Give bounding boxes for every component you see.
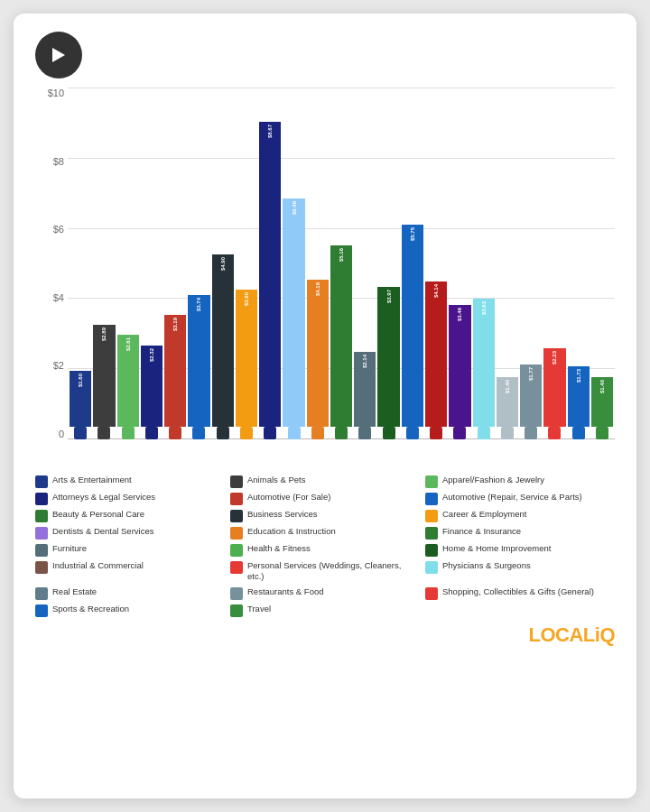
legend-icon-2: [425, 475, 438, 488]
bar-label-22: $1.40: [599, 380, 605, 393]
legend-item-6: Beauty & Personal Care: [35, 508, 225, 523]
legend-label-0: Arts & Entertainment: [52, 475, 132, 485]
bar-group-16: $3.46: [449, 88, 470, 439]
legend-icon-20: [425, 587, 438, 600]
legend-label-8: Career & Employment: [442, 509, 526, 520]
bar-group-11: $5.16: [330, 88, 352, 439]
bar-icon-5: [192, 427, 205, 439]
legend-icon-22: [230, 604, 243, 617]
bar-icon-0: [74, 427, 87, 439]
bar-group-6: $4.90: [212, 88, 234, 439]
bar-label-1: $2.89: [101, 328, 107, 341]
bar-icon-15: [430, 427, 442, 439]
legend-item-16: Personal Services (Weddings, Cleaners, e…: [230, 559, 420, 584]
legend-item-22: Travel: [230, 603, 420, 618]
chart-inner: $1.60$2.89$2.61$2.32$3.19$3.74$4.90$3.90…: [68, 88, 615, 466]
bar-3: $2.32: [141, 346, 162, 427]
legend-label-6: Beauty & Personal Care: [52, 509, 144, 520]
legend-label-14: Home & Home Improvement: [442, 543, 551, 554]
bar-group-10: $4.18: [307, 88, 329, 439]
legend-item-18: Real Estate: [35, 586, 225, 601]
bar-group-5: $3.74: [188, 88, 209, 439]
bar-group-22: $1.40: [591, 88, 613, 439]
bar-7: $3.90: [236, 290, 257, 427]
bar-icon-8: [264, 427, 276, 439]
bar-label-19: $1.77: [528, 367, 534, 381]
legend-label-12: Furniture: [52, 543, 87, 554]
bar-label-4: $3.19: [172, 318, 178, 331]
legend-label-22: Travel: [247, 604, 271, 614]
chart-container: $10 $8 $6 $4 $2 0: [35, 88, 615, 466]
bar-group-7: $3.90: [236, 88, 257, 439]
bar-icon-18: [501, 427, 514, 439]
bar-icon-21: [572, 427, 585, 439]
svg-marker-0: [52, 48, 65, 62]
legend-item-21: Sports & Recreation: [35, 603, 225, 618]
legend-item-13: Health & Fitness: [230, 542, 420, 558]
bar-label-10: $4.18: [315, 282, 320, 296]
legend-icon-21: [35, 604, 48, 617]
bar-11: $5.16: [330, 245, 352, 427]
legend-icon-4: [230, 493, 243, 505]
bar-label-9: $6.49: [292, 201, 297, 215]
bar-label-14: $5.75: [410, 227, 415, 241]
legend-icon-5: [425, 493, 438, 505]
bar-13: $3.97: [377, 287, 399, 427]
bar-group-0: $1.60: [70, 88, 91, 439]
bar-icon-20: [548, 427, 561, 439]
play-icon: [35, 32, 82, 78]
header: [35, 32, 615, 78]
legend-icon-12: [35, 544, 48, 557]
legend-icon-15: [35, 561, 48, 574]
y-label-2: $2: [53, 360, 64, 371]
legend-label-10: Education & Instruction: [247, 526, 336, 537]
bar-group-3: $2.32: [141, 88, 162, 439]
bar-17: $3.63: [473, 299, 495, 427]
legend-item-20: Shopping, Collectibles & Gifts (General): [425, 586, 615, 601]
legend-label-7: Business Services: [247, 509, 318, 520]
bar-label-0: $1.60: [78, 374, 83, 387]
legend-icon-13: [230, 544, 243, 557]
bar-icon-11: [335, 427, 348, 439]
y-label-0: 0: [59, 429, 64, 439]
bar-label-15: $4.14: [433, 284, 439, 298]
legend-icon-1: [230, 475, 243, 488]
legend-icon-11: [425, 527, 438, 540]
bar-label-8: $8.67: [267, 125, 273, 138]
bar-label-18: $1.40: [505, 380, 510, 393]
legend-label-18: Real Estate: [52, 586, 97, 597]
bar-label-16: $3.46: [457, 308, 462, 321]
bar-group-1: $2.89: [93, 88, 115, 439]
legend-icon-18: [35, 587, 48, 600]
bar-0: $1.60: [70, 371, 91, 427]
legend-icon-17: [425, 561, 438, 574]
y-label-6: $6: [53, 224, 64, 235]
bar-19: $1.77: [520, 364, 542, 427]
legend-item-12: Furniture: [35, 542, 225, 558]
main-card: $10 $8 $6 $4 $2 0: [14, 14, 636, 798]
legend-item-5: Automotive (Repair, Service & Parts): [425, 491, 615, 506]
y-axis: $10 $8 $6 $4 $2 0: [35, 88, 68, 439]
bar-2: $2.61: [117, 335, 139, 427]
bar-icon-1: [98, 427, 110, 439]
bar-icon-7: [240, 427, 253, 439]
bar-label-5: $3.74: [196, 298, 201, 311]
bar-icon-22: [596, 427, 608, 439]
chart-area: $10 $8 $6 $4 $2 0: [35, 88, 615, 784]
legend-label-13: Health & Fitness: [247, 543, 311, 554]
y-label-10: $10: [48, 88, 64, 98]
bar-label-6: $4.90: [220, 257, 226, 271]
legend-label-1: Animals & Pets: [247, 475, 305, 485]
logo-black: LOCAL: [529, 623, 595, 646]
legend-item-9: Dentists & Dental Services: [35, 525, 225, 540]
bar-group-18: $1.40: [497, 88, 518, 439]
legend-icon-0: [35, 475, 48, 488]
legend-icon-8: [425, 510, 438, 522]
bar-label-20: $2.23: [552, 351, 557, 364]
bar-icon-16: [453, 427, 466, 439]
bar-icon-13: [383, 427, 395, 439]
bar-14: $5.75: [402, 225, 423, 427]
bar-label-12: $2.14: [362, 355, 367, 368]
bar-group-2: $2.61: [117, 88, 139, 439]
legend-item-15: Industrial & Commercial: [35, 559, 225, 584]
